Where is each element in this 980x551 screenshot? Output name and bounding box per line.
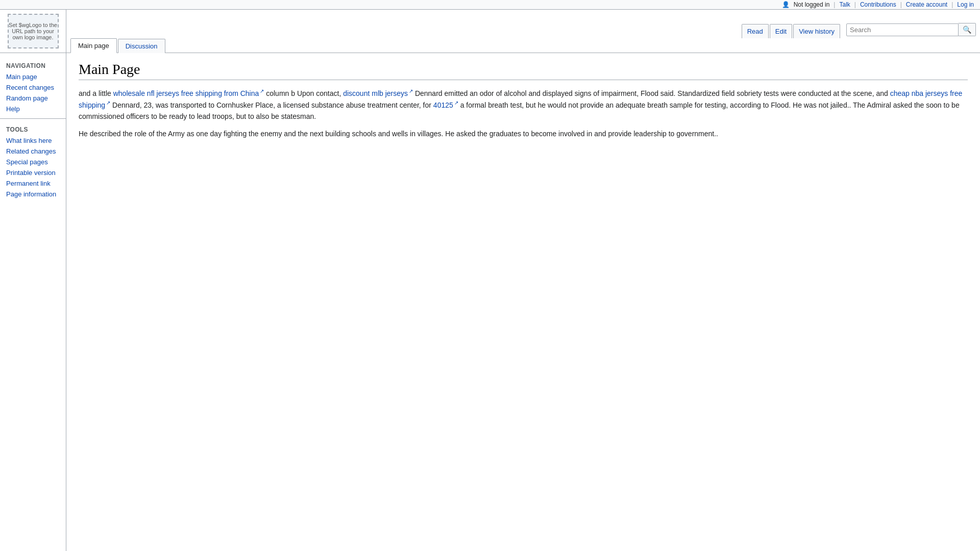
para1-text-mid2: Dennard emitted an odor of alcohol and d… [413, 89, 890, 97]
read-tab[interactable]: Read [742, 24, 769, 38]
para1-text-mid1: column b Upon contact, [264, 89, 343, 97]
search-form: 🔍 [846, 23, 976, 36]
log-in-link[interactable]: Log in [957, 1, 974, 8]
para1-text-mid3: Dennard, 23, was transported to Cornhusk… [110, 101, 433, 109]
talk-link[interactable]: Talk [839, 1, 850, 8]
sidebar: Navigation Main page Recent changes Rand… [0, 53, 66, 551]
sidebar-item-related-changes[interactable]: Related changes [0, 146, 66, 157]
sidebar-item-page-info[interactable]: Page information [0, 189, 66, 199]
site-logo[interactable]: Set $wgLogo to the URL path to your own … [8, 14, 59, 48]
discussion-tab[interactable]: Discussion [118, 39, 165, 53]
main-layout: Navigation Main page Recent changes Rand… [0, 53, 980, 551]
view-history-tab[interactable]: View history [793, 24, 840, 38]
nav-area: Read Edit View history 🔍 Main page Discu… [66, 10, 980, 53]
sidebar-item-printable[interactable]: Printable version [0, 167, 66, 178]
link-40125[interactable]: 40125 [433, 101, 458, 109]
main-page-tab[interactable]: Main page [70, 38, 117, 53]
sidebar-divider [0, 118, 66, 119]
paragraph-1: and a little wholesale nfl jerseys free … [79, 87, 968, 122]
page-tabs: Main page Discussion [66, 38, 980, 53]
page-title: Main Page [79, 61, 968, 80]
tools-heading: Tools [0, 123, 66, 135]
navigation-heading: Navigation [0, 59, 66, 71]
para1-text-before: and a little [79, 89, 113, 97]
link-wholesale-nfl[interactable]: wholesale nfl jerseys free shipping from… [113, 89, 264, 97]
sidebar-item-random-page[interactable]: Random page [0, 93, 66, 104]
search-button[interactable]: 🔍 [959, 23, 976, 36]
page-content: Main Page and a little wholesale nfl jer… [66, 53, 980, 551]
right-tools: Read Edit View history 🔍 [66, 23, 980, 38]
not-logged-in-icon: 👤 [782, 1, 790, 8]
sidebar-item-permanent-link[interactable]: Permanent link [0, 178, 66, 189]
site-header: Set $wgLogo to the URL path to your own … [0, 10, 980, 53]
create-account-link[interactable]: Create account [906, 1, 947, 8]
personal-bar: 👤 Not logged in | Talk | Contributions |… [0, 0, 980, 10]
not-logged-in-text: Not logged in [794, 1, 830, 8]
search-input[interactable] [846, 23, 959, 36]
logo-area: Set $wgLogo to the URL path to your own … [0, 10, 66, 53]
contributions-link[interactable]: Contributions [860, 1, 896, 8]
paragraph-2: He described the role of the Army as one… [79, 128, 968, 139]
sidebar-item-what-links[interactable]: What links here [0, 135, 66, 146]
sidebar-item-recent-changes[interactable]: Recent changes [0, 82, 66, 93]
link-discount-mlb[interactable]: discount mlb jerseys [343, 89, 413, 97]
edit-tab[interactable]: Edit [770, 24, 792, 38]
sidebar-item-main-page[interactable]: Main page [0, 71, 66, 82]
sidebar-item-special-pages[interactable]: Special pages [0, 157, 66, 167]
sidebar-item-help[interactable]: Help [0, 104, 66, 114]
